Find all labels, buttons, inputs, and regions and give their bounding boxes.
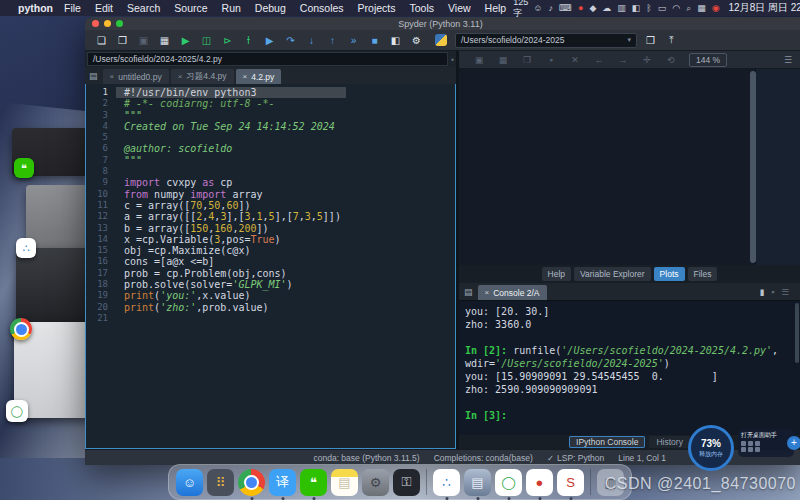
zoom-out-button[interactable]: ⟲ — [659, 55, 683, 65]
close-icon[interactable]: × — [485, 288, 490, 297]
conda-env-status[interactable]: conda: base (Python 3.11.5) — [313, 453, 419, 463]
run-button[interactable]: ▶ — [175, 35, 196, 46]
close-window-button[interactable] — [92, 20, 99, 27]
open-file-button[interactable]: ❐ — [112, 35, 133, 46]
tab-习题4.4.py[interactable]: ×习题4.4.py — [171, 69, 234, 84]
bluetooth-icon[interactable]: ᛒ — [646, 3, 651, 13]
browse-console-tabs-icon[interactable]: ▤ — [464, 287, 473, 297]
save-plot-button[interactable]: ▣ — [467, 55, 491, 65]
options-dot-icon[interactable]: ▪ — [771, 287, 774, 297]
run-cell-button[interactable]: ◫ — [196, 35, 217, 46]
dock-preview-app[interactable]: ▤ — [464, 469, 491, 496]
active-app-name[interactable]: python — [18, 2, 53, 14]
editor-file-path[interactable]: /Users/scofieldo/2024-2025/4.2.py — [87, 52, 448, 66]
lsp-status[interactable]: ✓LSP: Python — [547, 453, 604, 463]
inspect-icon[interactable]: ▮ — [760, 287, 765, 297]
switcher-icon[interactable]: ▦ — [697, 3, 706, 13]
ipython-console-output[interactable]: you: [20. 30.]zho: 3360.0In [2]: runfile… — [459, 300, 800, 435]
tab-history[interactable]: History — [649, 436, 689, 448]
tab-4.2.py[interactable]: ×4.2.py — [236, 69, 282, 84]
preferences-button[interactable]: ⚙ — [406, 35, 427, 46]
save-all-plots-button[interactable]: ▦ — [491, 55, 515, 65]
previous-plot-button[interactable]: ← — [587, 55, 611, 65]
menu-item-search[interactable]: Search — [127, 2, 160, 14]
dock-translate[interactable]: 译 — [269, 469, 296, 496]
dock-green-ring-app[interactable]: ◯ — [495, 469, 522, 496]
dock-launchpad[interactable]: ⠿ — [207, 469, 234, 496]
close-icon[interactable]: × — [110, 72, 115, 81]
menu-item-help[interactable]: Help — [485, 2, 507, 14]
remove-plot-button[interactable]: ▪ — [539, 55, 563, 65]
menu-item-file[interactable]: File — [64, 2, 81, 14]
battery-icon[interactable]: ▭ — [658, 3, 667, 13]
keyboard-icon[interactable]: ⌨ — [559, 3, 572, 13]
record-icon[interactable]: ● — [578, 3, 583, 13]
mic-icon[interactable]: ♪ — [548, 3, 553, 13]
tab-console-2a[interactable]: × Console 2/A — [478, 285, 547, 300]
plots-options-icon[interactable]: ☰ — [784, 55, 792, 65]
browse-directory-button[interactable]: ❐ — [640, 35, 661, 46]
step-out-button[interactable]: ↑ — [322, 35, 343, 46]
code-editor[interactable]: 1#!/usr/bin/env python32# -*- codiarng: … — [85, 84, 456, 449]
menu-item-tools[interactable]: Tools — [410, 2, 435, 14]
next-plot-button[interactable]: → — [611, 55, 635, 65]
dock-notes[interactable]: ▤ — [331, 469, 358, 496]
tab-plots[interactable]: Plots — [654, 267, 685, 281]
helper-add-button[interactable]: + — [787, 436, 800, 450]
dock-ks-app[interactable]: S — [557, 469, 584, 496]
minimize-window-button[interactable] — [104, 20, 111, 27]
dock-keychain[interactable]: ⚿ — [393, 469, 420, 496]
tab-ipython-console[interactable]: IPython Console — [569, 436, 645, 448]
run-cell-advance-button[interactable]: ⊳ — [217, 35, 238, 46]
cloud-icon[interactable]: ☁ — [602, 3, 611, 13]
copy-plot-button[interactable]: ❐ — [515, 55, 539, 65]
menubar-clock[interactable]: 12月8日 周日 22:57 — [729, 1, 800, 15]
dock-wechat[interactable]: ❝ — [300, 469, 327, 496]
menu-item-run[interactable]: Run — [222, 2, 241, 14]
dock-finder[interactable]: ☺ — [176, 469, 203, 496]
continue-button[interactable]: » — [343, 35, 364, 46]
debug-button[interactable]: ▶ — [259, 35, 280, 46]
close-plot-button[interactable]: ✕ — [563, 55, 587, 65]
zoom-window-button[interactable] — [116, 20, 123, 27]
new-file-button[interactable]: ❏ — [91, 35, 112, 46]
completions-status[interactable]: Completions: conda(base) — [434, 453, 533, 463]
tab-variable-explorer[interactable]: Variable Explorer — [574, 267, 651, 281]
stop-button[interactable]: ■ — [364, 35, 385, 46]
menu-item-debug[interactable]: Debug — [255, 2, 286, 14]
browse-tabs-icon[interactable]: ▤ — [89, 71, 98, 81]
run-selection-button[interactable]: Ɨ — [238, 35, 259, 46]
menu-item-consoles[interactable]: Consoles — [300, 2, 344, 14]
search-icon[interactable]: ⌕ — [686, 3, 691, 14]
options-menu-icon[interactable]: ☰ — [781, 287, 789, 297]
step-over-button[interactable]: ↷ — [280, 35, 301, 46]
save-button[interactable]: ▣ — [133, 35, 154, 46]
layout-button[interactable]: ◧ — [385, 35, 406, 46]
console-scrollbar[interactable] — [795, 303, 799, 363]
python-env-icon[interactable] — [435, 34, 447, 46]
dock-settings[interactable]: ⚙ — [362, 469, 389, 496]
emoji-icon[interactable]: ☺ — [533, 3, 542, 13]
menu-item-view[interactable]: View — [448, 2, 471, 14]
dock-apple-app[interactable]: ● — [526, 469, 553, 496]
menu-item-projects[interactable]: Projects — [358, 2, 396, 14]
close-icon[interactable]: × — [178, 72, 183, 81]
window-titlebar[interactable]: Spyder (Python 3.11) — [85, 17, 800, 30]
close-icon[interactable]: × — [243, 72, 248, 81]
tab-files[interactable]: Files — [688, 267, 718, 281]
path-options-icon[interactable]: ▪ — [451, 55, 454, 64]
step-into-button[interactable]: ↓ — [301, 35, 322, 46]
desktop-helper-panel[interactable]: 打开桌面助手 + — [738, 429, 794, 457]
save-all-button[interactable]: ▦ — [154, 35, 175, 46]
dock-drive-app[interactable]: ∴ — [433, 469, 460, 496]
window-icon[interactable]: ▥ — [617, 3, 626, 13]
parent-directory-button[interactable]: ⤒ — [661, 34, 682, 46]
tab-help[interactable]: Help — [542, 267, 571, 281]
input-flag-icon[interactable]: ◉ — [712, 3, 720, 13]
menu-item-edit[interactable]: Edit — [95, 2, 113, 14]
plots-scrollbar[interactable] — [750, 71, 756, 263]
wifi-icon[interactable]: ◠ — [672, 3, 680, 13]
working-directory-combobox[interactable]: /Users/scofieldo/2024-2025 ▾ — [455, 33, 637, 48]
tab-untitled0.py[interactable]: ×untitled0.py — [103, 69, 169, 84]
display-icon[interactable]: ◧ — [632, 3, 641, 13]
